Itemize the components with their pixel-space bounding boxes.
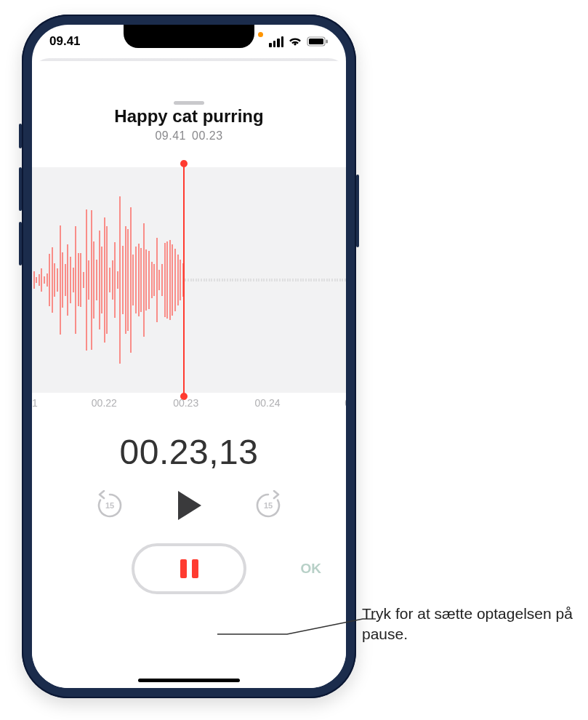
status-time: 09.41 — [49, 34, 81, 49]
timeline-tick: 21 — [32, 397, 38, 409]
timeline-tick: 00.22 — [92, 397, 117, 409]
recording-duration: 00.23 — [192, 129, 223, 142]
callout-text: Tryk for at sætte optagelsen på pause. — [362, 604, 580, 645]
skip-fwd-seconds: 15 — [264, 501, 273, 510]
recording-sheet: Happy cat purring 09.4100.23 2100.2200.2… — [32, 61, 346, 688]
recording-title[interactable]: Happy cat purring — [32, 106, 346, 127]
svg-rect-2 — [326, 40, 328, 44]
phone-screen: 09.41 Happy ca — [32, 25, 346, 688]
recording-subtitle: 09.4100.23 — [32, 129, 346, 143]
phone-volume-down — [19, 222, 22, 265]
timeline-tick: 0 — [345, 397, 346, 409]
pause-icon — [180, 559, 198, 578]
sheet-grabber[interactable] — [174, 101, 204, 105]
elapsed-time: 00.23,13 — [32, 432, 346, 472]
phone-frame: 09.41 Happy ca — [22, 15, 356, 698]
wifi-icon — [288, 36, 302, 47]
timeline-ticks: 2100.2200.2300.240 — [32, 397, 346, 415]
timeline-tick: 00.23 — [173, 397, 198, 409]
recording-start-time: 09.41 — [155, 129, 186, 142]
recording-indicator-dot — [258, 32, 263, 37]
phone-side-button — [356, 175, 359, 247]
transport-controls: 15 15 — [32, 488, 346, 523]
status-bar: 09.41 — [32, 25, 346, 58]
skip-back-seconds: 15 — [105, 501, 114, 510]
timeline-tick: 00.24 — [254, 397, 280, 409]
playhead[interactable] — [183, 164, 185, 396]
cellular-icon — [269, 36, 283, 47]
waveform-area[interactable] — [32, 167, 346, 393]
callout-leader-line — [217, 617, 379, 646]
skip-forward-15-button[interactable]: 15 — [252, 489, 284, 521]
ok-button[interactable]: OK — [301, 561, 326, 577]
status-indicators — [269, 36, 329, 47]
battery-icon — [307, 36, 329, 47]
pause-recording-button[interactable] — [132, 543, 246, 594]
play-button[interactable] — [174, 488, 204, 523]
phone-mute-switch — [19, 124, 22, 148]
home-indicator[interactable] — [138, 679, 240, 682]
skip-back-15-button[interactable]: 15 — [94, 489, 126, 521]
phone-volume-up — [19, 167, 22, 211]
svg-rect-1 — [309, 39, 323, 44]
